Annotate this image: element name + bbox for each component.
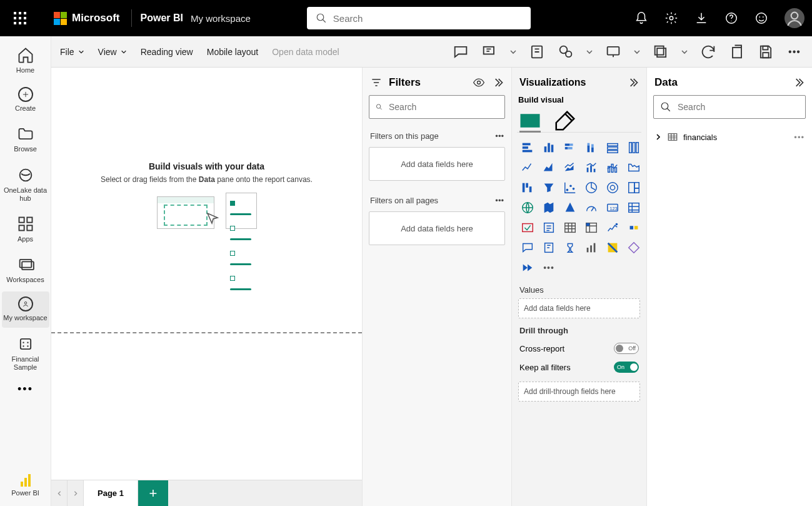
power-apps-icon[interactable] (624, 239, 643, 256)
page-tab-1[interactable]: Page 1 (84, 480, 138, 506)
nav-create[interactable]: Create (2, 82, 49, 118)
filters-on-all-drop[interactable]: Add data fields here (369, 211, 505, 245)
page-prev[interactable] (51, 480, 68, 506)
preview-icon[interactable] (473, 76, 485, 89)
clustered-column-icon[interactable] (539, 139, 558, 156)
azure-map-icon[interactable] (561, 199, 579, 216)
stacked-bar-icon[interactable] (518, 139, 537, 156)
pie-icon[interactable] (582, 179, 601, 196)
kpi-icon[interactable] (518, 219, 537, 236)
collapse-icon[interactable] (792, 76, 804, 89)
download-icon[interactable] (694, 11, 708, 25)
keep-filters-toggle[interactable]: On (614, 362, 639, 373)
stacked-column-icon[interactable] (582, 139, 601, 156)
waterfall-icon[interactable] (518, 179, 537, 196)
data-search-input[interactable] (678, 102, 799, 112)
menu-mobile-layout[interactable]: Mobile layout (207, 47, 259, 57)
ribbon-chart-icon[interactable] (624, 159, 643, 176)
values-drop[interactable]: Add data fields here (518, 298, 640, 318)
more-icon[interactable]: ••• (794, 133, 804, 142)
refresh-icon[interactable] (699, 43, 717, 61)
table-icon[interactable] (561, 219, 579, 236)
data-table-financials[interactable]: financials ••• (652, 128, 807, 146)
line-column-icon[interactable] (582, 159, 601, 176)
app-launcher-icon[interactable] (5, 3, 35, 33)
global-search[interactable] (307, 7, 531, 29)
filled-map-icon[interactable] (539, 199, 558, 216)
duplicate-icon[interactable] (728, 43, 746, 61)
collapse-icon[interactable] (626, 76, 639, 89)
py-visual-icon[interactable] (624, 219, 643, 236)
100-bar-icon[interactable] (603, 139, 622, 156)
menu-file[interactable]: File (60, 47, 84, 57)
sync-icon[interactable] (557, 43, 574, 61)
multi-row-card-icon[interactable] (624, 199, 643, 216)
cross-report-toggle[interactable]: Off (614, 343, 639, 354)
100-column-icon[interactable] (624, 139, 643, 156)
help-icon[interactable] (724, 11, 738, 25)
comments-icon[interactable] (452, 43, 469, 61)
workspace-breadcrumb[interactable]: My workspace (191, 13, 251, 24)
menu-view[interactable]: View (98, 47, 127, 57)
donut-icon[interactable] (603, 179, 622, 196)
present-dropdown[interactable] (633, 43, 641, 61)
filters-on-page-drop[interactable]: Add data fields here (369, 147, 505, 181)
notifications-icon[interactable] (634, 11, 648, 25)
nav-financial-sample[interactable]: Financial Sample (2, 330, 49, 377)
nav-my-workspace[interactable]: My workspace (2, 291, 49, 327)
copy-dropdown[interactable] (681, 43, 688, 61)
matrix-icon[interactable] (582, 219, 601, 236)
collapse-icon[interactable] (491, 76, 504, 89)
more-icon[interactable]: ••• (786, 43, 803, 61)
funnel-icon[interactable] (539, 179, 558, 196)
line-column2-icon[interactable] (603, 159, 622, 176)
nav-more[interactable]: ••• (18, 383, 33, 396)
settings-icon[interactable] (664, 11, 678, 25)
product-label[interactable]: Power BI (141, 13, 183, 24)
line-chart-icon[interactable] (518, 159, 537, 176)
nav-home[interactable]: Home (2, 41, 49, 79)
data-search[interactable] (653, 95, 806, 119)
global-search-input[interactable] (333, 13, 531, 24)
save-icon[interactable] (757, 43, 774, 61)
drill-drop[interactable]: Add drill-through fields here (518, 382, 640, 402)
q-and-a-icon[interactable] (518, 239, 537, 256)
nav-workspaces[interactable]: Workspaces (2, 251, 49, 289)
power-automate-icon[interactable] (518, 259, 537, 276)
add-page-button[interactable]: + (138, 480, 168, 506)
gauge-icon[interactable] (582, 199, 601, 216)
scatter-icon[interactable] (561, 179, 579, 196)
copy-icon[interactable] (652, 43, 669, 61)
decomposition-icon[interactable] (561, 239, 579, 256)
card-icon[interactable]: 123 (603, 199, 622, 216)
sync-dropdown[interactable] (586, 43, 593, 61)
smart-narrative-icon[interactable] (582, 239, 601, 256)
nav-powerbi[interactable]: Power BI (2, 469, 49, 502)
menu-reading-view[interactable]: Reading view (141, 47, 193, 57)
get-more-visuals-icon[interactable]: ••• (539, 259, 558, 276)
stacked-area-icon[interactable] (561, 159, 579, 176)
map-icon[interactable] (518, 199, 537, 216)
more-icon[interactable]: ••• (495, 131, 504, 141)
r-visual-icon[interactable] (603, 219, 622, 236)
area-chart-icon[interactable] (539, 159, 558, 176)
page-next[interactable] (68, 480, 84, 506)
nav-apps[interactable]: Apps (2, 210, 49, 248)
bookmark-icon[interactable] (528, 43, 546, 61)
stacked-bar2-icon[interactable] (561, 139, 579, 156)
filters-search-input[interactable] (389, 102, 498, 112)
account-avatar[interactable] (784, 8, 804, 28)
build-visual-tab[interactable] (518, 109, 542, 132)
present-icon[interactable] (604, 43, 622, 61)
chat-layout-icon[interactable] (481, 43, 498, 61)
format-visual-tab[interactable] (553, 109, 577, 132)
paginated-icon[interactable] (603, 239, 622, 256)
more-icon[interactable]: ••• (495, 196, 504, 205)
nav-browse[interactable]: Browse (2, 120, 49, 158)
treemap-icon[interactable] (624, 179, 643, 196)
slicer-icon[interactable] (539, 219, 558, 236)
key-influencers-icon[interactable] (539, 239, 558, 256)
filters-search[interactable] (369, 95, 505, 119)
nav-onelake[interactable]: OneLake data hub (2, 161, 49, 208)
feedback-icon[interactable] (754, 11, 768, 25)
